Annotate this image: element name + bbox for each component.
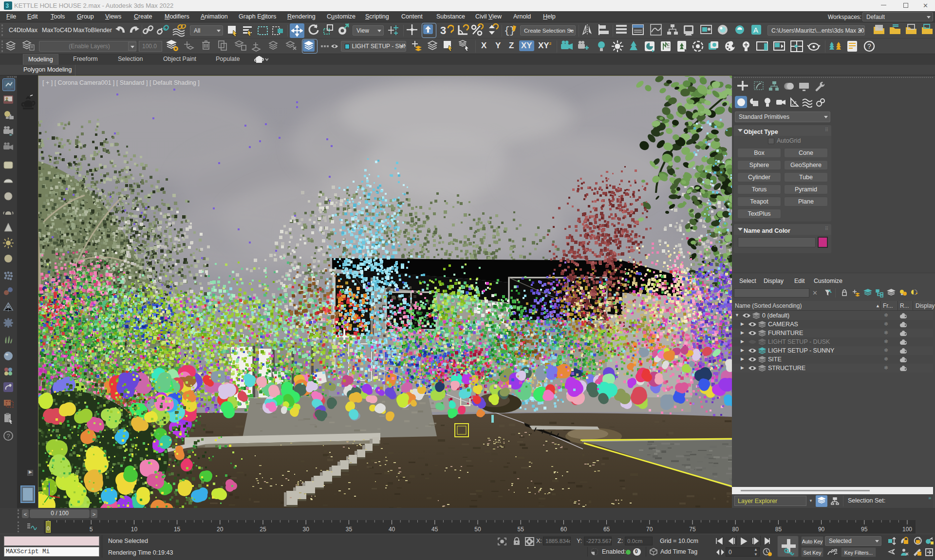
svg-text:100: 100 <box>902 526 912 533</box>
svg-text:30: 30 <box>303 526 310 533</box>
svg-text:3: 3 <box>440 24 446 37</box>
svg-text:55: 55 <box>518 526 524 533</box>
svg-text:70: 70 <box>646 526 653 533</box>
svg-text:A: A <box>753 26 758 34</box>
svg-text:?: ? <box>867 42 871 50</box>
svg-text:80: 80 <box>732 526 739 533</box>
svg-text:40: 40 <box>389 526 395 533</box>
svg-text:35: 35 <box>346 526 353 533</box>
svg-text:45: 45 <box>431 526 438 533</box>
svg-text:3: 3 <box>6 2 9 9</box>
svg-text:90: 90 <box>818 526 825 533</box>
svg-text:85: 85 <box>775 526 782 533</box>
svg-text:60: 60 <box>561 526 567 533</box>
svg-text:5: 5 <box>90 526 93 533</box>
svg-text:95: 95 <box>861 526 868 533</box>
svg-text:?: ? <box>7 432 10 440</box>
svg-text:[ + ] [ Corona Camera001 ] [ S: [ + ] [ Corona Camera001 ] [ Standard ] … <box>42 79 200 86</box>
svg-text:50: 50 <box>474 526 481 533</box>
svg-text:25: 25 <box>260 526 266 533</box>
svg-text:15: 15 <box>174 526 181 533</box>
svg-text:65: 65 <box>603 526 610 533</box>
svg-text:75: 75 <box>689 526 696 533</box>
svg-text:10: 10 <box>131 526 138 533</box>
svg-text:20: 20 <box>217 526 224 533</box>
